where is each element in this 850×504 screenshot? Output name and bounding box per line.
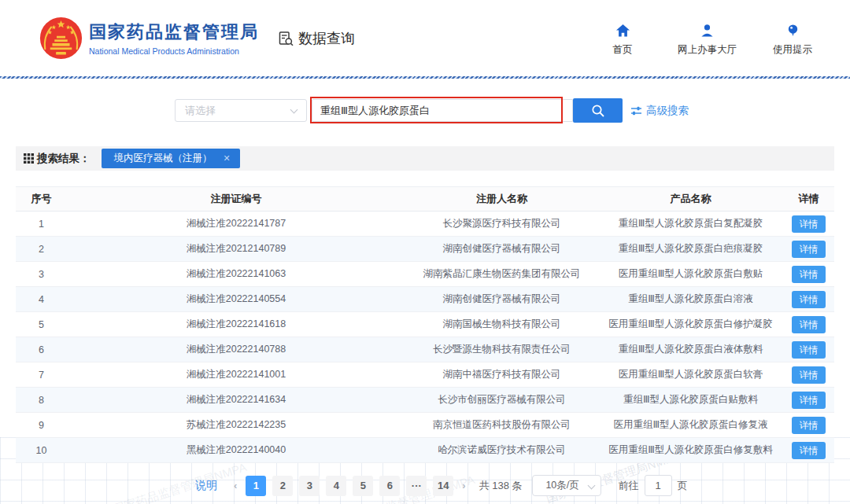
tip-icon (785, 24, 800, 38)
detail-cell: 详情 (783, 438, 834, 463)
page-button[interactable]: 4 (326, 476, 346, 496)
detail-button[interactable]: 详情 (792, 417, 826, 434)
header: 国家药品监督管理局 National Medical Products Admi… (0, 0, 850, 76)
results-table: 序号 注册证编号 注册人名称 产品名称 详情 1湘械注准20222141787长… (16, 186, 834, 463)
row-index: 4 (16, 287, 67, 312)
detail-cell: 详情 (783, 237, 834, 262)
row-index: 3 (16, 262, 67, 287)
registration-number: 湘械注准20222140554 (67, 287, 405, 312)
page-list: 123456···14 (242, 476, 456, 496)
col-header-index: 序号 (16, 187, 67, 212)
brand-title: 国家药品监督管理局 (89, 20, 259, 44)
product-name: 重组Ⅲ型人源化胶原蛋白贴敷料 (598, 388, 783, 413)
nmpa-emblem-logo (39, 17, 83, 60)
close-icon[interactable]: ✕ (224, 149, 231, 168)
table-row: 8湘械注准20222141634长沙市创丽医疗器械有限公司重组Ⅲ型人源化胶原蛋白… (16, 388, 834, 413)
detail-cell: 详情 (783, 337, 834, 362)
product-name: 重组Ⅲ型人源化胶原蛋白溶液 (598, 287, 783, 312)
note-link[interactable]: 说明 (195, 479, 217, 493)
col-header-detail: 详情 (783, 187, 834, 212)
product-name: 医用重组Ⅲ型人源化胶原蛋白修护凝胶 (598, 312, 783, 337)
total-count: 共 138 条 (479, 479, 523, 493)
registrant-name: 长沙聚源医疗科技有限公司 (405, 212, 598, 237)
table-header-row: 序号 注册证编号 注册人名称 产品名称 详情 (16, 187, 834, 212)
detail-button[interactable]: 详情 (792, 341, 826, 359)
page-title: 数据查询 (278, 29, 355, 48)
grid-icon (24, 153, 34, 164)
chevron-left-icon[interactable]: ‹ (228, 480, 242, 491)
detail-cell: 详情 (783, 262, 834, 287)
row-index: 2 (16, 237, 67, 262)
registrant-name: 南京恒道医药科技股份有限公司 (405, 413, 598, 438)
detail-button[interactable]: 详情 (792, 316, 826, 333)
registration-number: 湘械注准20222141634 (67, 388, 405, 413)
page-ellipsis[interactable]: ··· (406, 476, 427, 496)
registration-number: 黑械注准20222140040 (67, 438, 405, 463)
col-header-registrant-name: 注册人名称 (405, 187, 598, 212)
detail-cell: 详情 (783, 413, 834, 438)
registrant-name: 哈尔滨诺威医疗技术有限公司 (405, 438, 598, 463)
chevron-right-icon[interactable]: › (456, 480, 471, 491)
page-button[interactable]: 3 (299, 476, 320, 496)
home-icon (615, 24, 630, 38)
detail-button[interactable]: 详情 (792, 215, 826, 233)
nav-usage-tips-label: 使用提示 (773, 43, 812, 57)
advanced-search-link[interactable]: 高级搜索 (630, 104, 689, 118)
page-title-label: 数据查询 (298, 29, 355, 48)
page-button[interactable]: 5 (353, 476, 373, 496)
nav-service-hall[interactable]: 网上办事大厅 (678, 24, 737, 57)
table-row: 7湘械注准20222141001湖南中禧医疗科技有限公司医用重组Ⅲ型人源化胶原蛋… (16, 362, 834, 388)
page-button[interactable]: 1 (246, 476, 266, 496)
detail-button[interactable]: 详情 (792, 291, 826, 308)
page-size-value: 10条/页 (545, 480, 578, 491)
registration-number: 湘械注准20222141787 (67, 212, 405, 237)
page-size-select[interactable]: 10条/页 (532, 475, 601, 496)
page-button[interactable]: 6 (379, 476, 400, 496)
product-name: 重组Ⅲ型人源化胶原蛋白复配凝胶 (598, 212, 783, 237)
nav-usage-tips[interactable]: 使用提示 (773, 24, 812, 57)
category-select[interactable]: 请选择 (175, 99, 307, 122)
col-header-product-name: 产品名称 (598, 187, 783, 212)
registrant-name: 长沙市创丽医疗器械有限公司 (405, 388, 598, 413)
table-row: 6湘械注准20222140788长沙暨源生物科技有限责任公司重组Ⅲ型人源化胶原蛋… (16, 337, 834, 362)
header-divider (0, 76, 850, 79)
product-name: 重组Ⅲ型人源化胶原蛋白液体敷料 (598, 337, 783, 362)
page-button[interactable]: 2 (272, 476, 293, 496)
page-button[interactable]: 14 (433, 476, 453, 496)
registrant-name: 湖南中禧医疗科技有限公司 (405, 362, 598, 388)
detail-button[interactable]: 详情 (792, 241, 826, 258)
row-index: 5 (16, 312, 67, 337)
product-name: 医用重组Ⅲ型人源化胶原蛋白敷贴 (598, 262, 783, 287)
detail-button[interactable]: 详情 (792, 266, 826, 283)
registrant-name: 湖南紫晶汇康生物医药集团有限公司 (405, 262, 598, 287)
row-index: 10 (16, 438, 67, 463)
table-row: 5湘械注准20222141618湖南国械生物科技有限公司医用重组Ⅲ型人源化胶原蛋… (16, 312, 834, 337)
filter-tag[interactable]: 境内医疗器械（注册） ✕ (102, 149, 240, 168)
goto-suffix: 页 (678, 479, 688, 493)
row-index: 6 (16, 337, 67, 362)
detail-button[interactable]: 详情 (792, 366, 826, 384)
pagination: 说明 ‹ 123456···14 › 共 138 条 10条/页 前往 1 页 (195, 475, 688, 496)
chevron-down-icon (587, 482, 595, 490)
search-button[interactable] (573, 98, 623, 123)
nav-home[interactable]: 首页 (604, 24, 641, 57)
product-name: 医用重组Ⅲ型人源化胶原蛋白软膏 (598, 362, 783, 388)
magnifier-icon (591, 104, 605, 118)
search-input-value: 重组Ⅲ型人源化胶原蛋白 (320, 105, 430, 116)
row-index: 9 (16, 413, 67, 438)
nav-service-hall-label: 网上办事大厅 (678, 43, 737, 57)
detail-cell: 详情 (783, 362, 834, 388)
detail-button[interactable]: 详情 (792, 392, 826, 409)
registrant-name: 湖南创健医疗器械有限公司 (405, 287, 598, 312)
goto-page-input[interactable]: 1 (645, 475, 672, 496)
table-row: 3湘械注准20222141063湖南紫晶汇康生物医药集团有限公司医用重组Ⅲ型人源… (16, 262, 834, 287)
row-index: 7 (16, 362, 67, 388)
registrant-name: 长沙暨源生物科技有限责任公司 (405, 337, 598, 362)
sliders-icon (630, 105, 642, 116)
detail-cell: 详情 (783, 388, 834, 413)
table-row: 9苏械注准20222142235南京恒道医药科技股份有限公司医用重组Ⅲ型人源化胶… (16, 413, 834, 438)
search-input[interactable]: 重组Ⅲ型人源化胶原蛋白 (312, 99, 573, 122)
product-name: 重组Ⅲ型人源化胶原蛋白疤痕凝胶 (598, 237, 783, 262)
detail-button[interactable]: 详情 (792, 442, 826, 459)
registration-number: 湘械注准20222140788 (67, 337, 405, 362)
